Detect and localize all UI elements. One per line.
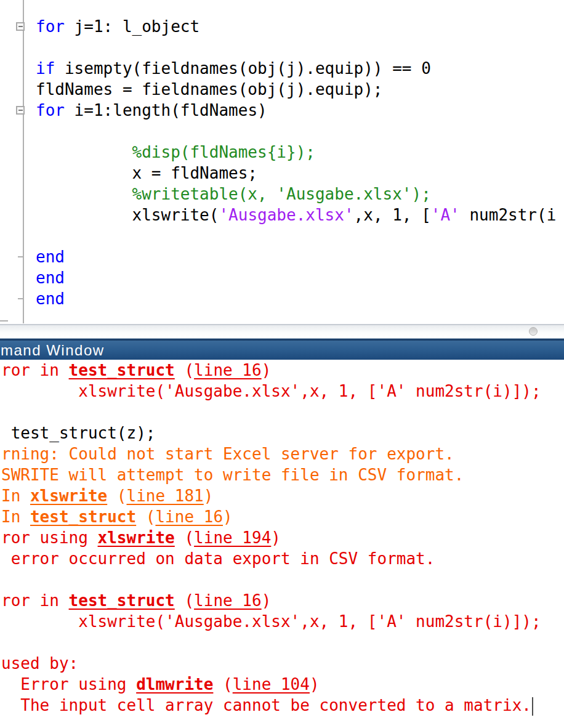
comment-token: %writetable(x, 'Ausgabe.xlsx');	[36, 185, 431, 203]
code-token: num2str(i	[460, 206, 557, 224]
code-line: for i=1:length(fldNames)	[36, 100, 556, 121]
dot-handle-icon[interactable]	[529, 327, 538, 336]
output-text: (	[175, 361, 194, 379]
code-line: x = fldNames;	[36, 163, 556, 184]
minus-glyph	[18, 110, 23, 111]
output-text: (	[213, 675, 232, 694]
output-line	[1, 632, 564, 653]
string-token: 'Ausgabe.xlsx'	[219, 206, 353, 224]
code-token: xlswrite(	[36, 206, 219, 224]
code-token: fldNames = fieldnames(obj(j).equip);	[36, 80, 383, 99]
output-text: )	[204, 487, 214, 505]
output-line	[1, 402, 564, 423]
output-text: Error using	[1, 675, 136, 694]
output-text: (	[136, 508, 155, 526]
code-line	[36, 121, 556, 142]
code-location-link[interactable]: xlswrite	[30, 487, 107, 505]
output-line: xlswrite('Ausgabe.xlsx',x, 1, ['A' num2s…	[1, 611, 564, 632]
command-window-title: mand Window	[1, 341, 105, 360]
output-text: test_struct(z);	[1, 424, 155, 442]
line-number-link[interactable]: line 16	[155, 508, 223, 526]
keyword-token: for	[36, 17, 65, 36]
output-line: The input cell array cannot be converted…	[1, 695, 564, 716]
output-line: used by:	[1, 653, 564, 674]
output-line: xlswrite('Ausgabe.xlsx',x, 1, ['A' num2s…	[1, 381, 564, 402]
fold-gutter-line	[23, 0, 24, 323]
code-line: %disp(fldNames{i});	[36, 142, 556, 163]
code-location-link[interactable]: dlmwrite	[136, 675, 213, 694]
output-line: error occurred on data export in CSV for…	[1, 548, 564, 569]
pane-splitter[interactable]	[0, 324, 564, 339]
output-text: SWRITE will attempt to write file in CSV…	[1, 466, 464, 484]
output-line: In xlswrite (line 181)	[1, 485, 564, 506]
line-number-link[interactable]: line 181	[127, 487, 204, 505]
fold-collapse-icon[interactable]	[16, 106, 25, 115]
code-token: j=1: l_object	[65, 17, 199, 36]
code-line: for j=1: l_object	[36, 16, 556, 37]
output-text: In	[1, 487, 30, 505]
keyword-token: end	[36, 248, 65, 266]
code-location-link[interactable]: xlswrite	[98, 528, 175, 547]
output-line: test_struct(z);	[1, 423, 564, 443]
output-text: (	[175, 528, 194, 547]
code-token: x = fldNames;	[36, 164, 257, 182]
keyword-token: end	[36, 289, 65, 308]
matlab-window: for j=1: l_objectif isempty(fieldnames(o…	[0, 0, 564, 728]
keyword-token: end	[36, 269, 65, 287]
command-window-output[interactable]: ror in test_struct (line 16) xlswrite('A…	[0, 360, 564, 728]
output-text: ror using	[1, 528, 98, 547]
output-text: rning: Could not start Excel server for …	[1, 445, 454, 463]
output-text: In	[1, 508, 30, 526]
output-line: ror in test_struct (line 16)	[1, 590, 564, 611]
keyword-token: if	[36, 59, 55, 78]
output-text: (	[107, 487, 126, 505]
fold-end-tick	[18, 298, 23, 299]
output-text: The input cell array cannot be converted…	[1, 696, 531, 714]
comment-token: %disp(fldNames{i});	[36, 143, 315, 161]
output-text: used by:	[1, 654, 78, 673]
output-line: In test_struct (line 16)	[1, 506, 564, 527]
output-text: ror in	[1, 361, 69, 379]
keyword-token: for	[36, 101, 65, 119]
code-line	[36, 37, 556, 58]
fold-end-tick	[0, 320, 8, 322]
output-line: rning: Could not start Excel server for …	[1, 443, 564, 464]
output-line: Error using dlmwrite (line 104)	[1, 674, 564, 695]
output-line	[1, 569, 564, 590]
line-number-link[interactable]: line 16	[194, 591, 262, 610]
output-text: )	[310, 675, 320, 694]
code-line: end	[36, 246, 556, 267]
output-line: ror in test_struct (line 16)	[1, 360, 564, 381]
code-token: i=1:length(fldNames)	[65, 101, 267, 119]
line-number-link[interactable]: line 16	[194, 361, 262, 379]
output-text: )	[271, 528, 281, 547]
output-line: ror using xlswrite (line 194)	[1, 527, 564, 548]
code-line: %writetable(x, 'Ausgabe.xlsx');	[36, 184, 556, 204]
code-location-link[interactable]: test_struct	[30, 508, 136, 526]
editor-code: for j=1: l_objectif isempty(fieldnames(o…	[36, 16, 556, 309]
output-text: ror in	[1, 591, 69, 610]
output-text: (	[175, 591, 194, 610]
output-line: SWRITE will attempt to write file in CSV…	[1, 464, 564, 485]
editor-pane[interactable]: for j=1: l_objectif isempty(fieldnames(o…	[0, 0, 564, 324]
output-text: xlswrite('Ausgabe.xlsx',x, 1, ['A' num2s…	[1, 382, 541, 400]
code-token: ,x, 1, [	[354, 206, 431, 224]
fold-collapse-icon[interactable]	[16, 22, 25, 31]
code-token: isempty(fieldnames(obj(j).equip)) == 0	[55, 59, 430, 78]
text-caret	[532, 697, 533, 716]
code-location-link[interactable]: test_struct	[69, 591, 175, 610]
output-text: xlswrite('Ausgabe.xlsx',x, 1, ['A' num2s…	[1, 612, 541, 631]
code-line: end	[36, 267, 556, 288]
code-location-link[interactable]: test_struct	[69, 361, 175, 379]
code-line: end	[36, 288, 556, 309]
command-window-title-bar[interactable]: mand Window	[0, 339, 564, 360]
output-text: )	[262, 361, 272, 379]
fold-end-tick	[18, 256, 23, 257]
line-number-link[interactable]: line 194	[194, 528, 271, 547]
output-text: )	[262, 591, 272, 610]
code-line	[36, 225, 556, 246]
minus-glyph	[18, 26, 23, 27]
code-line: fldNames = fieldnames(obj(j).equip);	[36, 79, 556, 100]
line-number-link[interactable]: line 104	[233, 675, 310, 694]
string-token: 'A'	[431, 206, 460, 224]
